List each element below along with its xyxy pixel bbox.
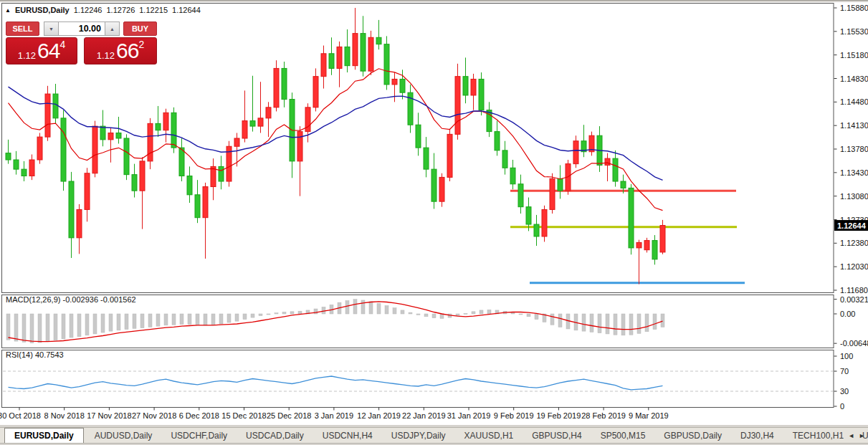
svg-text:1.13780: 1.13780 — [840, 145, 868, 153]
tab-xauusd-h1[interactable]: XAUUSD,H1 — [455, 428, 523, 443]
quote-toggle-icon[interactable]: ▲ — [5, 7, 11, 14]
svg-text:1.15530: 1.15530 — [840, 27, 868, 36]
candle — [171, 113, 176, 148]
macd-bar — [227, 314, 231, 322]
quote-close: 1.12644 — [172, 6, 201, 14]
svg-text:1.13080: 1.13080 — [840, 192, 868, 201]
tab-audusd-daily[interactable]: AUDUSD,Daily — [85, 428, 162, 443]
macd-label: MACD(12,26,9) -0.002936 -0.001562 — [6, 295, 136, 304]
svg-text:1.12030: 1.12030 — [840, 262, 868, 271]
candle — [179, 148, 184, 176]
macd-bar — [298, 311, 302, 314]
macd-bar — [125, 314, 128, 330]
candle — [542, 209, 547, 236]
tab-usdcnh-h4[interactable]: USDCNH,H4 — [313, 428, 382, 443]
macd-bar — [219, 314, 223, 324]
macd-bar — [416, 314, 420, 315]
candle — [455, 77, 460, 135]
macd-bar — [432, 314, 436, 318]
tab-usdjpy-daily[interactable]: USDJPY,Daily — [382, 428, 455, 443]
tab-usdchf-daily[interactable]: USDCHF,Daily — [161, 428, 237, 443]
macd-bar — [188, 314, 191, 325]
macd-bar — [93, 314, 97, 334]
candle — [69, 181, 74, 238]
buy-price-sup: 2 — [138, 39, 144, 49]
candle — [219, 166, 224, 181]
tab-tech100-h1[interactable]: TECH100,H1 — [783, 428, 853, 443]
candle — [534, 224, 539, 236]
macd-bar — [62, 314, 65, 339]
candle — [392, 79, 397, 85]
candle — [613, 158, 618, 181]
macd-bar — [196, 314, 199, 325]
sell-button[interactable]: SELL — [6, 21, 39, 36]
macd-bar — [590, 314, 593, 332]
macd-bar — [180, 314, 183, 325]
macd-bar — [259, 314, 262, 316]
candle — [195, 195, 200, 218]
candle — [282, 68, 287, 99]
candle — [100, 126, 105, 140]
buy-price-button[interactable]: 1.12 66 2 — [84, 37, 157, 64]
candle — [329, 54, 334, 69]
candle — [148, 123, 153, 161]
macd-bar — [645, 314, 649, 332]
date-label: 9 Mar 2019 — [629, 411, 669, 420]
svg-text:1.13430: 1.13430 — [840, 168, 868, 177]
candle — [353, 34, 358, 66]
macd-bar — [148, 314, 152, 327]
candle — [250, 121, 255, 127]
macd-bar — [661, 314, 664, 327]
macd-bar — [393, 308, 396, 314]
macd-bar — [164, 314, 168, 325]
tab-gbpusd-daily[interactable]: GBPUSD,Daily — [654, 428, 731, 443]
candle — [45, 94, 50, 137]
candle — [211, 166, 216, 186]
candle — [644, 241, 649, 250]
macd-bar — [6, 314, 10, 340]
macd-bar — [621, 314, 625, 335]
candle — [400, 79, 405, 92]
macd-bar — [267, 314, 270, 315]
candle — [447, 134, 452, 177]
volume-decrease-button[interactable]: ▼ — [44, 21, 58, 36]
tab-usdcad-daily[interactable]: USDCAD,Daily — [237, 428, 313, 443]
tab-scroll-left-icon[interactable]: ◄ — [848, 432, 854, 439]
volume-input[interactable] — [58, 21, 105, 36]
macd-bar — [290, 312, 294, 314]
tab-dj30-h4[interactable]: DJ30,H4 — [731, 428, 783, 443]
candle — [431, 169, 437, 201]
svg-text:70: 70 — [840, 367, 849, 375]
quote-open: 1.12246 — [74, 6, 102, 14]
tab-sp500-m15[interactable]: SP500,M15 — [591, 428, 655, 443]
volume-increase-button[interactable]: ▲ — [105, 21, 120, 36]
candle — [573, 141, 578, 164]
candle — [550, 178, 555, 209]
tab-scroll-right-icon[interactable]: ► — [859, 432, 865, 439]
buy-button[interactable]: BUY — [123, 21, 157, 36]
candle — [266, 107, 271, 118]
date-label: 6 Dec 2018 — [179, 411, 219, 420]
macd-bar — [480, 310, 483, 314]
macd-bar — [54, 314, 57, 340]
tab-eurusd-daily[interactable]: EURUSD,Daily — [4, 428, 84, 443]
tab-gbpusd-h4[interactable]: GBPUSD,H4 — [523, 428, 591, 443]
candle — [53, 94, 58, 118]
sell-price-button[interactable]: 1.12 64 4 — [6, 37, 77, 64]
candle — [297, 132, 302, 161]
candle — [242, 121, 247, 138]
rsi-panel — [2, 350, 834, 408]
tab-scroll-buttons: ◄ ► — [848, 427, 865, 444]
macd-bar — [637, 314, 641, 333]
candle — [558, 178, 563, 191]
candle — [163, 113, 168, 130]
macd-bar — [472, 312, 475, 314]
candle — [439, 177, 444, 201]
macd-bar — [156, 314, 160, 326]
candle — [636, 242, 642, 248]
svg-text:30: 30 — [840, 387, 849, 396]
macd-bar — [614, 314, 617, 335]
candle — [14, 160, 19, 169]
one-click-trading-panel: SELL ▼ ▲ BUY 1.12 64 4 1.12 66 2 — [6, 21, 158, 64]
candle — [234, 138, 239, 146]
